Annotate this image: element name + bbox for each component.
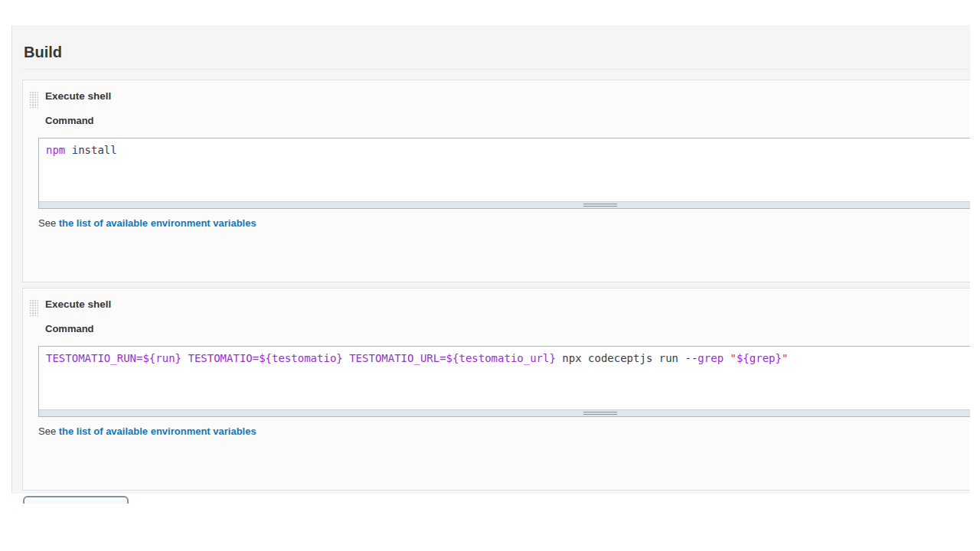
build-step-title: Execute shell bbox=[45, 289, 970, 310]
build-step-title: Execute shell bbox=[45, 80, 970, 102]
build-section-panel: Build Execute shell Command npm install … bbox=[11, 25, 970, 494]
build-step-card-2: Execute shell Command TESTOMATIO_RUN=${r… bbox=[22, 288, 970, 491]
command-label: Command bbox=[45, 115, 970, 126]
jenkins-build-config-page: Build Execute shell Command npm install … bbox=[0, 0, 980, 551]
resize-gripper-icon bbox=[583, 204, 617, 207]
resize-gripper-icon bbox=[583, 412, 617, 415]
command-label: Command bbox=[45, 323, 970, 334]
build-step-card-1: Execute shell Command npm install See th… bbox=[22, 80, 970, 282]
environment-variables-link[interactable]: the list of available environment variab… bbox=[59, 217, 256, 229]
help-prefix-text: See bbox=[38, 425, 59, 437]
command-editor[interactable]: TESTOMATIO_RUN=${run} TESTOMATIO=${testo… bbox=[38, 346, 970, 417]
add-build-step-button-clip bbox=[23, 496, 130, 504]
editor-resize-handle[interactable] bbox=[39, 201, 970, 208]
section-title: Build bbox=[24, 44, 970, 61]
drag-handle-icon[interactable] bbox=[29, 91, 38, 109]
section-divider bbox=[24, 69, 970, 70]
help-prefix-text: See bbox=[38, 217, 59, 229]
environment-variables-link[interactable]: the list of available environment variab… bbox=[59, 425, 256, 437]
help-line: See the list of available environment va… bbox=[38, 425, 970, 437]
drag-handle-icon[interactable] bbox=[29, 299, 38, 317]
build-section-content: Build Execute shell Command npm install … bbox=[12, 44, 970, 491]
add-build-step-button[interactable] bbox=[23, 496, 129, 504]
command-code-line: npm install bbox=[39, 139, 970, 201]
command-editor[interactable]: npm install bbox=[38, 138, 970, 209]
help-line: See the list of available environment va… bbox=[38, 217, 970, 229]
command-code-line: TESTOMATIO_RUN=${run} TESTOMATIO=${testo… bbox=[39, 347, 970, 409]
editor-resize-handle[interactable] bbox=[39, 409, 970, 416]
